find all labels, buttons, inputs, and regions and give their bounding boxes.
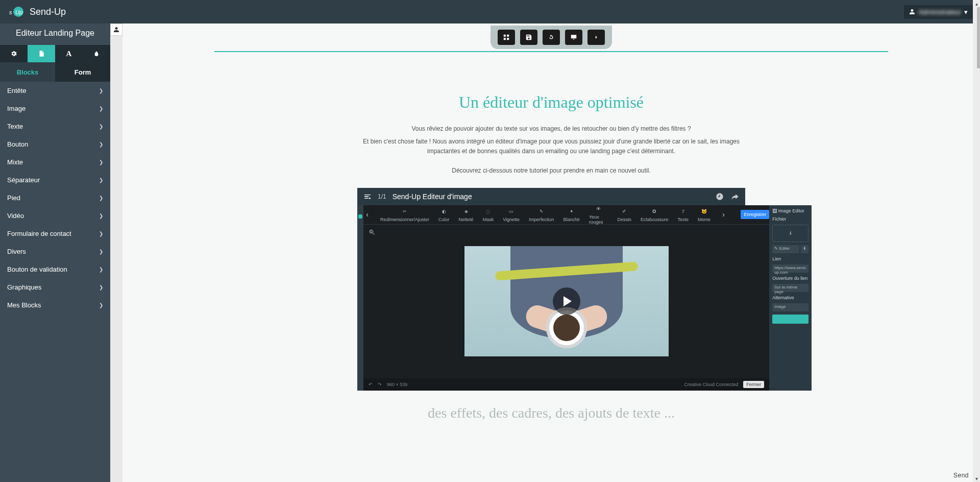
scroll-up-icon[interactable]: ▴ bbox=[973, 0, 980, 7]
sidebar-item-pied[interactable]: Pied❯ bbox=[0, 189, 110, 207]
alt-field[interactable]: Image bbox=[772, 303, 808, 311]
chevron-right-icon: ❯ bbox=[99, 141, 103, 147]
sidebar-item-divers[interactable]: Divers❯ bbox=[0, 243, 110, 260]
share-icon[interactable] bbox=[731, 192, 739, 201]
mode-settings-button[interactable] bbox=[0, 45, 28, 62]
open-field[interactable]: Sur la même page bbox=[772, 284, 808, 292]
video-tool: ▭Vignette bbox=[503, 207, 520, 222]
toolbar-grid-button[interactable] bbox=[498, 30, 515, 45]
mode-color-button[interactable] bbox=[83, 45, 110, 62]
video-tool: ◐Color bbox=[438, 207, 450, 222]
mini-userbar bbox=[110, 23, 122, 482]
chevron-right-icon: ❯ bbox=[99, 213, 103, 219]
svg-rect-3 bbox=[504, 35, 506, 37]
right-section-label: Fichier bbox=[772, 216, 808, 222]
video-tool: ✐Dessin bbox=[618, 207, 632, 222]
sidebar-list: Entête❯ Image❯ Texte❯ Bouton❯ Mixte❯ Sép… bbox=[0, 82, 110, 482]
video-tool: ✦Blanchir bbox=[564, 207, 580, 222]
toolbar-next-button[interactable] bbox=[587, 30, 605, 45]
sidebar-item-image[interactable]: Image❯ bbox=[0, 100, 110, 117]
right-panel-title: 🖼 Image Editor bbox=[772, 208, 808, 213]
watch-later-icon[interactable] bbox=[716, 192, 724, 201]
zoom-icon[interactable] bbox=[369, 229, 376, 236]
grid-icon bbox=[503, 34, 510, 41]
chevron-right-icon: ❯ bbox=[99, 159, 103, 165]
chevron-right-icon[interactable]: › bbox=[720, 205, 727, 224]
toolbar-save-button[interactable] bbox=[520, 30, 537, 45]
sidebar-item-mes-blocks[interactable]: Mes Blocks❯ bbox=[0, 296, 110, 314]
sidebar-item-label: Pied bbox=[7, 194, 20, 202]
mode-text-button[interactable]: A bbox=[55, 45, 83, 62]
play-button[interactable] bbox=[553, 287, 580, 315]
chevron-right-icon: ❯ bbox=[99, 177, 103, 183]
upload-box[interactable]: ⬇ bbox=[772, 225, 808, 242]
video-tool: 🐱Meme bbox=[698, 207, 710, 222]
sidebar-item-mixte[interactable]: Mixte❯ bbox=[0, 153, 110, 171]
user-icon bbox=[113, 27, 119, 33]
right-section-label: Ouverture du lien bbox=[772, 276, 808, 281]
canvas: Un éditeur d'image optimisé Vous rêviez … bbox=[122, 23, 980, 482]
toolbar-preview-button[interactable] bbox=[565, 30, 582, 45]
canvas-toolbar bbox=[491, 26, 612, 49]
sidebar-item-label: Vidéo bbox=[7, 212, 24, 220]
video-title: Send-Up Editeur d'image bbox=[393, 192, 472, 201]
apply-button[interactable] bbox=[772, 315, 808, 324]
video-save-button[interactable]: Enregistrer bbox=[741, 210, 769, 219]
edit-button[interactable]: ✎ Editer bbox=[772, 245, 799, 253]
playlist-icon bbox=[363, 192, 372, 201]
video-footer: ↶ ↷ 960 × 539 Creative Cloud Connected F… bbox=[363, 378, 769, 391]
section-paragraph: Vous rêviez de pouvoir ajouter du texte … bbox=[357, 124, 745, 134]
sidebar-item-formulaire[interactable]: Formulaire de contact❯ bbox=[0, 225, 110, 243]
chevron-right-icon: ❯ bbox=[99, 284, 103, 290]
top-header: sUp Send-Up Administrateur ▾ bbox=[0, 0, 980, 23]
sidebar-item-label: Divers bbox=[7, 248, 26, 255]
chevron-right-icon: ❯ bbox=[99, 195, 103, 201]
chevron-right-icon: ❯ bbox=[99, 231, 103, 236]
right-section-label: Lien bbox=[772, 256, 808, 261]
outer-scrollbar[interactable]: ▴ ▾ bbox=[973, 0, 980, 482]
drop-icon bbox=[93, 50, 100, 57]
page-icon bbox=[38, 50, 45, 57]
mini-user-button[interactable] bbox=[110, 23, 122, 36]
link-field[interactable]: https://www.send-up.com bbox=[772, 264, 808, 273]
chevron-left-icon[interactable]: ‹ bbox=[363, 205, 371, 224]
download-button[interactable]: ⬇ bbox=[801, 245, 808, 253]
video-block[interactable]: 1/1 Send-Up Editeur d'image bbox=[357, 188, 745, 391]
scroll-thumb[interactable] bbox=[977, 7, 980, 68]
video-right-panel: 🖼 Image Editor Fichier ⬇ ✎ Editer⬇ Lien … bbox=[769, 205, 812, 391]
sidebar-item-graphiques[interactable]: Graphiques❯ bbox=[0, 278, 110, 296]
sidebar-title: Editeur Landing Page bbox=[0, 23, 110, 45]
sidebar-item-label: Entête bbox=[7, 87, 27, 94]
user-menu-button[interactable]: Administrateur ▾ bbox=[904, 5, 973, 19]
chevron-right-icon: ❯ bbox=[99, 106, 103, 111]
sidebar-tabs: Blocks Form bbox=[0, 62, 110, 82]
mode-page-button[interactable] bbox=[28, 45, 55, 62]
refresh-icon bbox=[548, 34, 555, 41]
sidebar-item-bouton-validation[interactable]: Bouton de validation❯ bbox=[0, 260, 110, 278]
chevron-right-icon: ❯ bbox=[99, 302, 103, 308]
chevron-right-icon: ❯ bbox=[99, 249, 103, 254]
video-close-button[interactable]: Fermer bbox=[743, 381, 764, 388]
undo-icon[interactable]: ↶ bbox=[369, 382, 373, 387]
tab-blocks[interactable]: Blocks bbox=[0, 62, 55, 82]
scroll-down-icon[interactable]: ▾ bbox=[973, 475, 980, 482]
redo-icon[interactable]: ↷ bbox=[378, 382, 382, 387]
sidebar-item-bouton[interactable]: Bouton❯ bbox=[0, 135, 110, 153]
mode-row: A bbox=[0, 45, 110, 62]
toolbar-refresh-button[interactable] bbox=[543, 30, 560, 45]
gear-icon bbox=[10, 50, 17, 57]
sidebar: Editeur Landing Page A Blocks Form Entêt… bbox=[0, 23, 110, 482]
sidebar-item-label: Mixte bbox=[7, 158, 23, 166]
sidebar-item-separateur[interactable]: Séparateur❯ bbox=[0, 171, 110, 189]
chevron-right-icon: ❯ bbox=[99, 88, 103, 93]
video-header: 1/1 Send-Up Editeur d'image bbox=[357, 188, 745, 205]
sidebar-item-texte[interactable]: Texte❯ bbox=[0, 117, 110, 135]
tab-form[interactable]: Form bbox=[55, 62, 110, 82]
video-tool: ✪Eclaboussure bbox=[641, 207, 669, 222]
section-paragraph: Et bien c'est chose faite ! Nous avons i… bbox=[357, 137, 745, 156]
video-tool: ◌Mask bbox=[483, 207, 494, 222]
video-index: 1/1 bbox=[378, 193, 386, 200]
monitor-icon bbox=[570, 34, 577, 41]
sidebar-item-video[interactable]: Vidéo❯ bbox=[0, 207, 110, 225]
sidebar-item-entete[interactable]: Entête❯ bbox=[0, 82, 110, 100]
